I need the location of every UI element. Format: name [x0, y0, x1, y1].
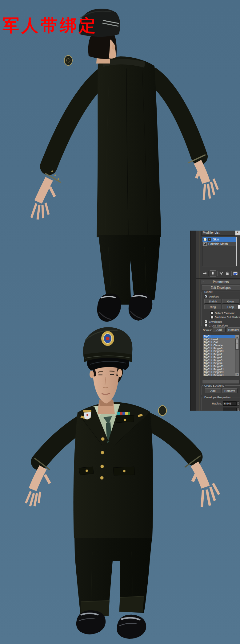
vertices-checkbox[interactable]: Vertices: [204, 294, 219, 298]
filter-field[interactable]: [202, 380, 240, 384]
modifier-stack-toolbar: [202, 270, 240, 277]
ribbon-bar: [117, 412, 130, 415]
shrink-button[interactable]: Shrink: [204, 299, 221, 304]
clipped-spinner[interactable]: [237, 408, 239, 411]
loop-button[interactable]: Loop: [222, 305, 239, 309]
parameters-rollout-header[interactable]: − Parameters: [201, 280, 240, 284]
cross-sections-checkbox[interactable]: Cross Sections: [204, 323, 228, 327]
modifier-list-dropdown[interactable]: Modifier List: [201, 231, 235, 236]
select-group: Select Vertices Shrink Grow Ring Loop Se…: [202, 292, 240, 326]
edit-envelopes-button[interactable]: Edit Envelopes: [202, 285, 240, 290]
divider: [196, 278, 240, 279]
modifier-stack[interactable]: Skin Editable Mesh: [202, 237, 237, 266]
scroll-down-icon[interactable]: ▼: [235, 373, 239, 376]
lightbulb-icon[interactable]: [203, 238, 207, 241]
radius-field[interactable]: 8.946: [223, 401, 237, 406]
command-panel: Modifier List ▼ Skin Editable Mesh: [190, 231, 240, 411]
grow-button[interactable]: Grow: [222, 299, 239, 304]
select-element-checkbox[interactable]: Select Element: [210, 311, 234, 315]
cross-sections-group: Cross Sections Add Remove: [202, 385, 240, 395]
make-unique-icon[interactable]: [218, 271, 224, 276]
radius-spinner[interactable]: [237, 401, 239, 406]
modifier-icon: [208, 238, 211, 241]
configure-modifier-sets-icon[interactable]: [233, 271, 238, 276]
show-end-result-icon[interactable]: [210, 270, 216, 277]
bone-list[interactable]: Bip01 Bip01 Head Bip01 L Calf Bip01 L Cl…: [203, 335, 235, 376]
envelope-properties-group: Envelope Properties Radius: 8.946: [202, 397, 240, 411]
cross-sections-remove-button[interactable]: Remove: [222, 388, 238, 393]
scrollbar-fragment[interactable]: [238, 305, 240, 309]
envelopes-checkbox[interactable]: Envelopes: [204, 320, 222, 323]
mesh-icon: [203, 242, 207, 246]
remove-modifier-icon[interactable]: [225, 271, 230, 276]
radius-label: Radius:: [210, 402, 222, 405]
panel-left-strip: [190, 231, 196, 411]
scroll-thumb[interactable]: [235, 339, 239, 350]
panel-accent-line: [199, 231, 199, 411]
bones-remove-button[interactable]: Remove: [227, 327, 240, 332]
clipped-field[interactable]: [223, 408, 237, 411]
cross-sections-add-button[interactable]: Add: [205, 388, 221, 393]
annotation-text: 军人带绑定: [2, 16, 98, 35]
bones-label: Bones:: [203, 328, 212, 332]
3d-viewport[interactable]: 军人带绑定 Modifier List ▼ Skin Editable Mesh: [0, 0, 240, 644]
modifier-stack-item-editable-mesh[interactable]: Editable Mesh: [202, 242, 236, 246]
dropdown-arrow-icon[interactable]: ▼: [235, 231, 240, 236]
scroll-up-icon[interactable]: ▲: [235, 335, 239, 338]
bone-list-scrollbar[interactable]: ▲ ▼: [235, 335, 239, 376]
collapse-icon[interactable]: −: [202, 281, 205, 284]
pin-stack-icon[interactable]: [202, 271, 207, 276]
bones-add-button[interactable]: Add: [213, 327, 226, 332]
backface-cull-checkbox[interactable]: Backface Cull Vertices: [210, 315, 240, 319]
ring-button[interactable]: Ring: [204, 305, 221, 309]
bone-list-item[interactable]: Bip01 L Finger41: [203, 374, 235, 376]
modifier-stack-item-skin[interactable]: Skin: [202, 237, 236, 242]
